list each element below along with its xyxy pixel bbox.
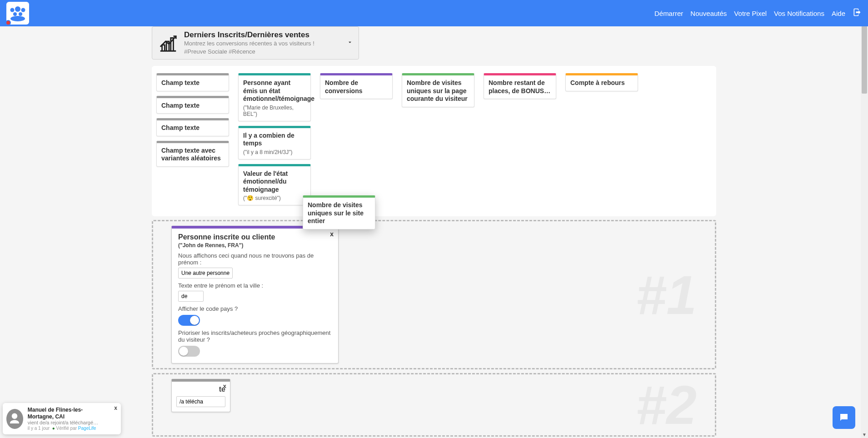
notif-meta: il y a 1 jour ● Vérifié par PageLife (28, 426, 105, 431)
notif-sub: vient de/a rejoint/a téléchargé… (28, 420, 105, 425)
config-title: Personne inscrite ou cliente (178, 233, 332, 241)
close-icon[interactable]: x (114, 405, 117, 411)
zone-number: #1 (636, 264, 697, 326)
notif-title: Manuel de Flines-les-Mortagne, CAI (28, 407, 105, 420)
app-logo[interactable] (6, 2, 29, 25)
header-title: Derniers Inscrits/Dernières ventes (184, 30, 314, 40)
nav-vos-notifications[interactable]: Vos Notifications (774, 10, 824, 17)
toggle-country-code[interactable] (178, 315, 200, 326)
chat-fab[interactable] (833, 406, 855, 429)
widget-col-purple: Nombre de conversions (320, 73, 393, 99)
svg-point-4 (19, 12, 22, 16)
widget-valeur-emotion[interactable]: Valeur de l'état émotionnel/du témoignag… (238, 164, 311, 206)
nav-votre-pixel[interactable]: Votre Pixel (734, 10, 767, 17)
widget-col-orange: Compte à rebours (565, 73, 638, 91)
drop-zone-1[interactable]: #1 x Personne inscrite ou cliente ("John… (152, 220, 716, 369)
label-prioritize: Prioriser les inscrits/acheteurs proches… (178, 329, 332, 343)
svg-point-0 (15, 6, 20, 12)
config-example: ("John de Rennes, FRA") (178, 242, 332, 249)
header-sub2: #Preuve Sociale #Récence (184, 48, 314, 56)
widget-champ-texte-variantes[interactable]: Champ texte avec variantes aléatoires (156, 141, 229, 167)
vertical-scrollbar[interactable]: ▲ ▼ (861, 0, 868, 437)
widget-col-green: Nombre de visites uniques sur la page co… (402, 73, 474, 107)
svg-point-1 (10, 8, 15, 12)
input-noname[interactable] (178, 268, 233, 279)
config-champ-texte-zone2: x te (171, 379, 230, 412)
chart-icon (158, 33, 179, 54)
top-nav: Démarrer Nouveautés Votre Pixel Vos Noti… (654, 8, 862, 19)
widget-temps-ecoule[interactable]: Il y a combien de temps ("il y a 8 min/2… (238, 126, 311, 159)
widget-champ-texte[interactable]: Champ texte (156, 118, 229, 136)
logout-icon[interactable] (853, 8, 862, 19)
close-icon[interactable]: x (223, 383, 226, 389)
svg-point-5 (10, 16, 25, 21)
config-personne-inscrite: x Personne inscrite ou cliente ("John de… (171, 226, 339, 363)
drop-zone-2[interactable]: #2 x te (152, 373, 716, 437)
scroll-down-icon[interactable]: ▼ (861, 431, 868, 437)
zone2-input[interactable] (176, 396, 225, 407)
widget-personne-emotion[interactable]: Personne ayant émis un état émotionnel/t… (238, 73, 311, 121)
chevron-down-icon[interactable] (347, 39, 353, 47)
widget-nombre-restant[interactable]: Nombre restant de places, de BONUS… (484, 73, 556, 99)
widget-col-gray: Champ texte Champ texte Champ texte Cham… (156, 73, 229, 167)
nav-nouveautes[interactable]: Nouveautés (690, 10, 727, 17)
zone-number: #2 (636, 373, 697, 436)
close-icon[interactable]: x (330, 230, 334, 238)
avatar-icon (6, 409, 23, 429)
header-sub1: Montrez les conversions récentes à vos v… (184, 40, 314, 48)
svg-point-3 (13, 12, 17, 16)
social-proof-popup[interactable]: x Manuel de Flines-les-Mortagne, CAI vie… (3, 403, 121, 434)
notification-type-header[interactable]: Derniers Inscrits/Dernières ventes Montr… (152, 26, 359, 60)
input-between[interactable] (178, 291, 204, 302)
widget-champ-texte[interactable]: Champ texte (156, 73, 229, 91)
status-dot-icon (5, 20, 11, 25)
nav-aide[interactable]: Aide (832, 10, 845, 17)
topbar: Démarrer Nouveautés Votre Pixel Vos Noti… (0, 0, 868, 26)
widget-col-teal: Personne ayant émis un état émotionnel/t… (238, 73, 311, 205)
widget-col-pink: Nombre restant de places, de BONUS… (484, 73, 556, 99)
widget-visites-site-dragging[interactable]: Nombre de visites uniques sur le site en… (303, 195, 375, 229)
widget-palette: Champ texte Champ texte Champ texte Cham… (152, 66, 716, 216)
widget-nombre-conversions[interactable]: Nombre de conversions (320, 73, 393, 99)
widget-visites-page[interactable]: Nombre de visites uniques sur la page co… (402, 73, 474, 107)
zone2-title-suffix: te (176, 385, 225, 393)
widget-compte-rebours[interactable]: Compte à rebours (565, 73, 638, 91)
widget-champ-texte[interactable]: Champ texte (156, 96, 229, 114)
label-country: Afficher le code pays ? (178, 305, 332, 312)
toggle-prioritize-geo[interactable] (178, 346, 200, 357)
label-between: Texte entre le prénom et la ville : (178, 282, 332, 289)
label-noname: Nous affichons ceci quand nous ne trouvo… (178, 252, 332, 266)
nav-demarrer[interactable]: Démarrer (654, 10, 683, 17)
svg-point-2 (21, 8, 25, 12)
